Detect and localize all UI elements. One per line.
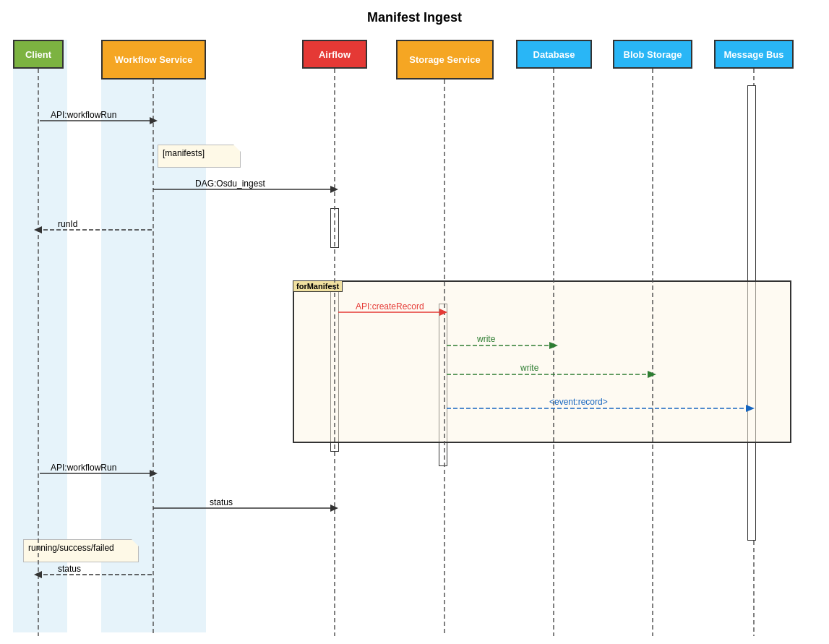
actor-storage: Storage Service — [396, 40, 494, 80]
arrow-label-a3: runId — [58, 219, 77, 229]
actor-workflow: Workflow Service — [101, 40, 206, 80]
actor-airflow: Airflow — [302, 40, 367, 69]
actor-database: Database — [516, 40, 592, 69]
arrow-label-a9: status — [210, 497, 233, 507]
activation-airflow-1 — [330, 208, 339, 248]
arrow-label-a4: API:createRecord — [356, 301, 424, 312]
arrow-label-a10: status — [58, 564, 81, 574]
svg-marker-25 — [330, 505, 338, 512]
diagram: Manifest Ingest Client Workflow Service … — [0, 0, 829, 644]
arrow-label-a5: write — [477, 334, 495, 344]
arrow-label-a7: <event:record> — [549, 397, 608, 407]
fragment-formanifest-label: forManifest — [293, 280, 343, 292]
arrow-label-a8: API:workflowRun — [51, 463, 116, 473]
note-manifests: [manifests] — [158, 145, 241, 168]
arrow-label-a1: API:workflowRun — [51, 110, 116, 120]
actor-messagebus: Message Bus — [714, 40, 794, 69]
arrow-label-a2: DAG:Osdu_ingest — [195, 179, 265, 189]
svg-marker-11 — [330, 186, 338, 193]
note-status: running/success/failed — [23, 539, 139, 562]
page-title: Manifest Ingest — [0, 10, 829, 25]
actor-blobstorage: Blob Storage — [613, 40, 692, 69]
arrow-label-a6: write — [520, 363, 538, 373]
actor-client: Client — [13, 40, 64, 69]
